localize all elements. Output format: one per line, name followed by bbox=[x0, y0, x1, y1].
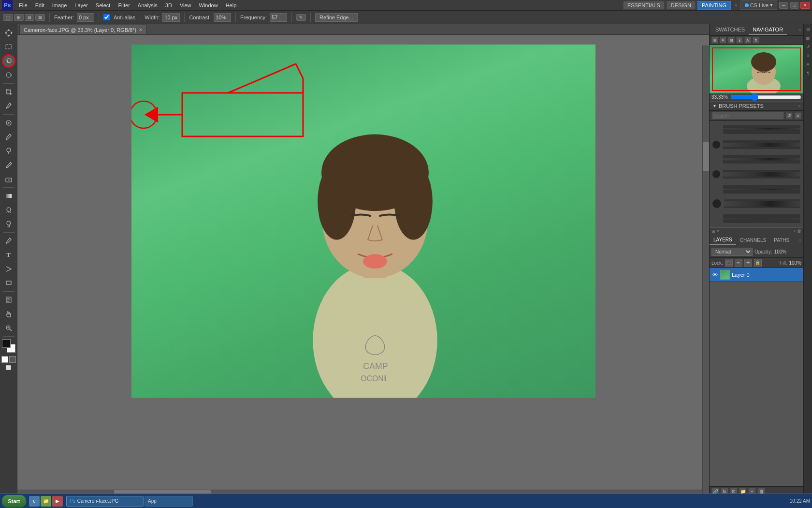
painting-btn[interactable]: PAINTING bbox=[697, 1, 731, 10]
ri-brush-icon[interactable]: ⊞ bbox=[805, 26, 812, 33]
dodge-tool[interactable] bbox=[2, 217, 15, 231]
spot-heal-tool[interactable] bbox=[2, 116, 15, 130]
blend-mode-select[interactable]: Normal bbox=[711, 248, 753, 256]
gradient-tool[interactable] bbox=[2, 189, 15, 203]
add-selection-btn[interactable]: ⊞ bbox=[14, 14, 24, 21]
anti-alias-checkbox[interactable] bbox=[103, 14, 110, 20]
contrast-input[interactable] bbox=[214, 13, 231, 22]
scroll-right[interactable] bbox=[702, 45, 709, 496]
nav-zoom-slider[interactable] bbox=[730, 95, 801, 100]
menu-file[interactable]: File bbox=[15, 1, 31, 9]
layer-visibility-btn[interactable]: 👁 bbox=[711, 271, 718, 278]
menu-filter[interactable]: Filter bbox=[115, 1, 133, 9]
new-selection-btn[interactable]: ⬚ bbox=[3, 14, 13, 21]
screen-mode-btn[interactable]: ⬜ bbox=[6, 365, 11, 370]
shape-tool[interactable] bbox=[2, 276, 15, 290]
eraser-tool[interactable] bbox=[2, 172, 15, 186]
pen-tool[interactable] bbox=[2, 234, 15, 248]
ri-gradient-icon[interactable]: ▦ bbox=[805, 35, 812, 42]
brush-search-input[interactable] bbox=[711, 112, 784, 120]
canvas-image[interactable]: CAMP OCONℹ bbox=[131, 45, 595, 398]
brush-presets-grip[interactable]: ≡ bbox=[798, 104, 800, 108]
nav-icon-2[interactable]: ≡ bbox=[720, 37, 726, 44]
move-tool[interactable] bbox=[2, 26, 15, 40]
nav-icon-5[interactable]: A bbox=[744, 37, 751, 44]
channels-tab[interactable]: CHANNELS bbox=[736, 236, 770, 244]
ri-para-icon[interactable]: ¶ bbox=[805, 70, 812, 76]
zoom-tool[interactable] bbox=[2, 321, 15, 335]
nav-icon-4[interactable]: ℹ bbox=[736, 37, 743, 44]
ri-history-icon[interactable]: ↺ bbox=[805, 44, 812, 50]
nav-icon-3[interactable]: ⊟ bbox=[728, 37, 735, 44]
win-close[interactable]: ✕ bbox=[800, 2, 810, 9]
design-btn[interactable]: DESIGN bbox=[667, 1, 696, 10]
cs-live-btn[interactable]: CS Live ▾ bbox=[740, 0, 778, 10]
brush-item-6[interactable] bbox=[711, 197, 801, 211]
pen-pressure-btn[interactable]: ✎ bbox=[296, 14, 306, 21]
menu-help[interactable]: Help bbox=[222, 1, 240, 9]
extend-btn[interactable]: » bbox=[733, 2, 739, 8]
menu-analysis[interactable]: Analysis bbox=[134, 1, 161, 9]
navigator-tab[interactable]: NAVIGATOR bbox=[749, 25, 787, 35]
panel-grip-top[interactable]: ≡ bbox=[799, 28, 801, 32]
brush-options-btn[interactable]: ≡ bbox=[795, 112, 801, 119]
refine-edge-btn[interactable]: Refine Edge... bbox=[315, 13, 358, 22]
menu-view[interactable]: View bbox=[176, 1, 195, 9]
marquee-tool[interactable] bbox=[2, 40, 15, 54]
lock-all-btn[interactable]: 🔒 bbox=[754, 259, 762, 267]
brush-presets-header[interactable]: ▼ BRUSH PRESETS ≡ bbox=[710, 101, 803, 111]
brush-new-btn[interactable]: + bbox=[793, 229, 796, 234]
brush-list-btn[interactable]: ≡ bbox=[717, 229, 719, 234]
width-input[interactable] bbox=[162, 13, 180, 22]
taskbar-folder[interactable]: 📁 bbox=[41, 496, 51, 507]
lock-position-btn[interactable]: ✏ bbox=[735, 259, 742, 267]
lock-pixels-btn[interactable]: ⬚ bbox=[725, 259, 733, 267]
nav-icon-6[interactable]: ¶ bbox=[753, 37, 759, 44]
nav-icon-1[interactable]: ⊞ bbox=[711, 37, 718, 44]
type-tool[interactable]: T bbox=[2, 248, 15, 262]
menu-3d[interactable]: 3D bbox=[162, 1, 175, 9]
crop-tool[interactable] bbox=[2, 85, 15, 99]
brush-delete-btn[interactable]: 🗑 bbox=[797, 229, 801, 234]
quick-mask-btn[interactable] bbox=[9, 356, 16, 363]
taskbar-wmp[interactable]: ▶ bbox=[52, 496, 63, 507]
canvas-container[interactable]: CAMP OCONℹ bbox=[17, 35, 709, 496]
layer-item-0[interactable]: 👁 Layer 0 bbox=[710, 268, 803, 282]
lasso-tool[interactable] bbox=[2, 54, 15, 68]
ri-info-icon[interactable]: ℹ bbox=[805, 52, 812, 59]
eyedropper-tool[interactable] bbox=[2, 99, 15, 113]
taskbar-app-2[interactable]: App bbox=[145, 496, 193, 507]
std-mode-btn[interactable] bbox=[1, 356, 8, 363]
layers-panel-grip[interactable]: ≡ bbox=[799, 238, 803, 243]
win-minimize[interactable]: ─ bbox=[779, 2, 788, 9]
brush-item-2[interactable] bbox=[711, 138, 801, 151]
brush-tool[interactable] bbox=[2, 130, 15, 144]
menu-select[interactable]: Select bbox=[92, 1, 114, 9]
start-button[interactable]: Start bbox=[2, 495, 26, 508]
quick-select-tool[interactable] bbox=[2, 68, 15, 82]
brush-item-7[interactable] bbox=[711, 212, 801, 225]
hand-tool[interactable] bbox=[2, 307, 15, 321]
layers-tab[interactable]: LAYERS bbox=[710, 236, 736, 245]
doc-tab-close[interactable]: ✕ bbox=[139, 27, 143, 32]
path-select-tool[interactable] bbox=[2, 262, 15, 276]
clone-tool[interactable] bbox=[2, 144, 15, 158]
taskbar-ie[interactable]: e bbox=[29, 496, 40, 507]
history-brush-tool[interactable] bbox=[2, 158, 15, 172]
intersect-selection-btn[interactable]: ⊠ bbox=[35, 14, 45, 21]
brush-refresh-btn[interactable]: ↺ bbox=[786, 112, 793, 119]
brush-item-1[interactable] bbox=[711, 123, 801, 136]
frequency-input[interactable] bbox=[270, 13, 287, 22]
menu-layer[interactable]: Layer bbox=[71, 1, 91, 9]
menu-edit[interactable]: Edit bbox=[32, 1, 48, 9]
notes-tool[interactable] bbox=[2, 293, 15, 307]
subtract-selection-btn[interactable]: ⊟ bbox=[25, 14, 34, 21]
ri-char-icon[interactable]: A bbox=[805, 61, 812, 68]
brush-grid-btn[interactable]: ⊞ bbox=[711, 229, 715, 234]
swatches-tab[interactable]: SWATCHES bbox=[711, 25, 749, 35]
fg-color[interactable] bbox=[2, 339, 11, 348]
menu-image[interactable]: Image bbox=[49, 1, 71, 9]
essentials-btn[interactable]: ESSENTIALS bbox=[623, 1, 665, 10]
feather-input[interactable] bbox=[77, 13, 94, 22]
win-maximize[interactable]: □ bbox=[790, 2, 798, 9]
